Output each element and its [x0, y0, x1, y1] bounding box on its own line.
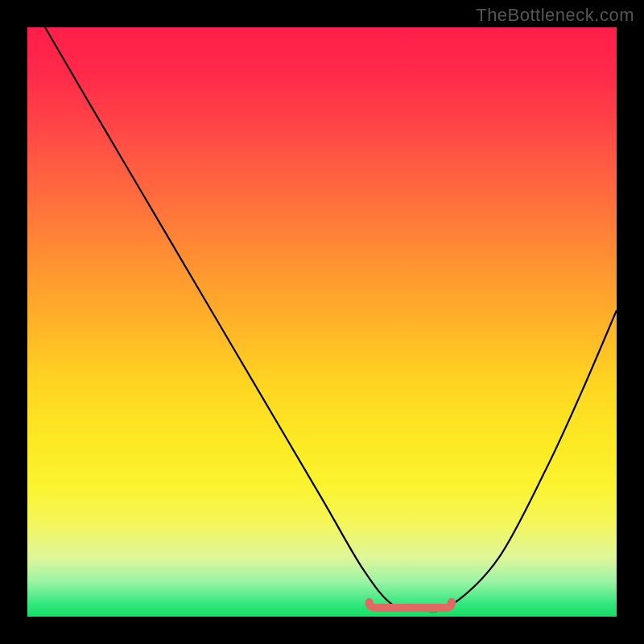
plot-area	[27, 27, 617, 617]
trough-marker-path	[369, 602, 452, 608]
curve-svg	[27, 27, 617, 617]
bottleneck-curve-path	[45, 27, 617, 611]
watermark-text: TheBottleneck.com	[476, 5, 634, 26]
chart-frame: TheBottleneck.com	[0, 0, 644, 644]
